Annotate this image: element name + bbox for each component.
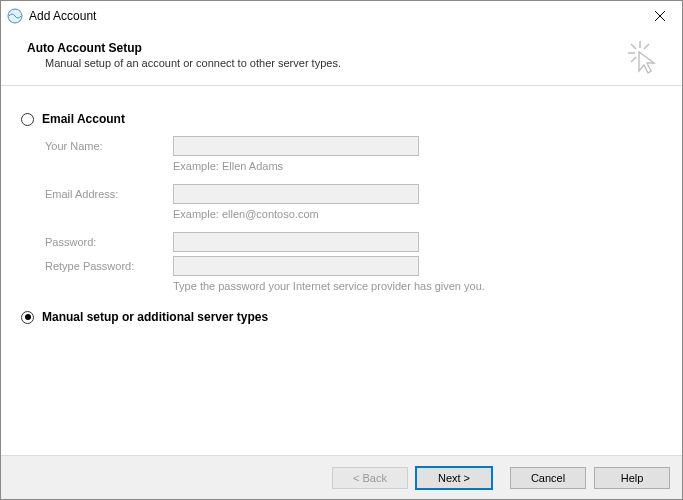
- wizard-header: Auto Account Setup Manual setup of an ac…: [1, 31, 682, 86]
- password-label: Password:: [45, 236, 173, 248]
- next-button[interactable]: Next >: [416, 467, 492, 489]
- header-title: Auto Account Setup: [27, 41, 666, 55]
- password-hint: Type the password your Internet service …: [173, 280, 662, 292]
- radio-label: Manual setup or additional server types: [42, 310, 268, 324]
- radio-email-account[interactable]: Email Account: [21, 112, 662, 126]
- email-input: [173, 184, 419, 204]
- svg-line-7: [631, 57, 636, 62]
- email-label: Email Address:: [45, 188, 173, 200]
- radio-icon: [21, 311, 34, 324]
- name-hint: Example: Ellen Adams: [173, 160, 662, 172]
- svg-line-5: [631, 44, 636, 49]
- radio-icon: [21, 113, 34, 126]
- retype-password-input: [173, 256, 419, 276]
- email-hint: Example: ellen@contoso.com: [173, 208, 662, 220]
- email-account-form: Your Name: Example: Ellen Adams Email Ad…: [45, 136, 662, 292]
- window-title: Add Account: [29, 9, 96, 23]
- retype-label: Retype Password:: [45, 260, 173, 272]
- back-button: < Back: [332, 467, 408, 489]
- close-button[interactable]: [638, 1, 682, 31]
- header-subtitle: Manual setup of an account or connect to…: [45, 57, 666, 69]
- app-icon: [7, 8, 23, 24]
- password-input: [173, 232, 419, 252]
- svg-line-6: [644, 44, 649, 49]
- name-label: Your Name:: [45, 140, 173, 152]
- close-icon: [655, 11, 665, 21]
- titlebar: Add Account: [1, 1, 682, 31]
- help-button[interactable]: Help: [594, 467, 670, 489]
- cursor-click-icon: [626, 39, 662, 78]
- name-input: [173, 136, 419, 156]
- wizard-footer: < Back Next > Cancel Help: [1, 455, 682, 499]
- radio-label: Email Account: [42, 112, 125, 126]
- wizard-content: Email Account Your Name: Example: Ellen …: [1, 86, 682, 344]
- cancel-button[interactable]: Cancel: [510, 467, 586, 489]
- radio-manual-setup[interactable]: Manual setup or additional server types: [21, 310, 662, 324]
